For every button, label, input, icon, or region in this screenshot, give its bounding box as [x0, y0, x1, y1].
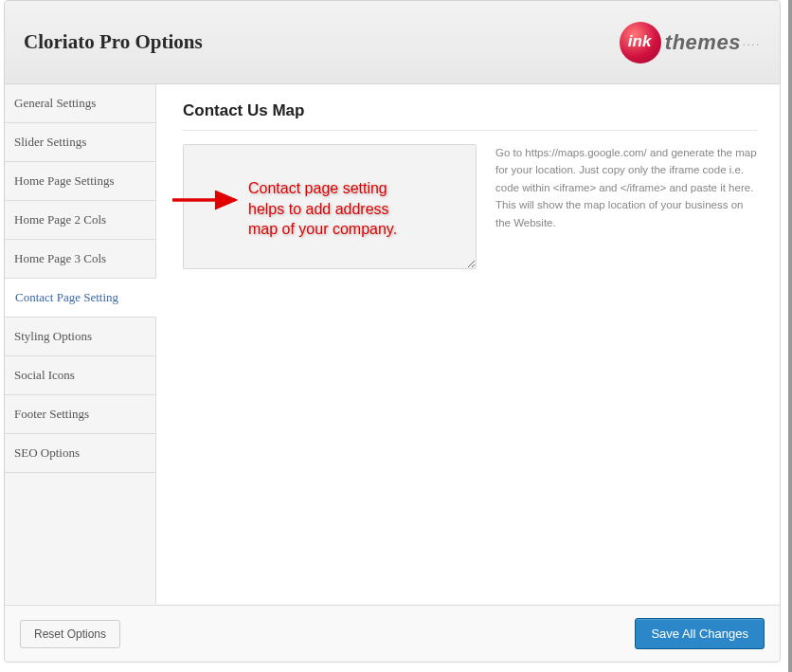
- sidebar-item-general-settings[interactable]: General Settings: [5, 84, 155, 123]
- map-iframe-textarea[interactable]: [183, 144, 477, 269]
- sidebar-item-label: SEO Options: [14, 445, 80, 460]
- sidebar-item-footer-settings[interactable]: Footer Settings: [5, 395, 155, 434]
- brand-logo: themes ....: [620, 22, 761, 64]
- sidebar: General Settings Slider Settings Home Pa…: [5, 84, 156, 604]
- panel-footer: Reset Options Save All Changes: [5, 605, 780, 662]
- content-row: General Settings Slider Settings Home Pa…: [5, 84, 780, 604]
- ink-logo-icon: [620, 22, 661, 64]
- sidebar-item-label: Footer Settings: [14, 407, 89, 421]
- sidebar-item-styling-options[interactable]: Styling Options: [5, 318, 155, 356]
- sidebar-item-social-icons[interactable]: Social Icons: [5, 356, 155, 395]
- sidebar-item-label: Contact Page Setting: [15, 290, 118, 304]
- sidebar-item-label: Home Page 2 Cols: [14, 212, 106, 227]
- panel-header: Cloriato Pro Options themes ....: [5, 1, 780, 84]
- brand-dots: ....: [743, 37, 761, 47]
- section-title: Contact Us Map: [183, 101, 757, 131]
- sidebar-item-contact-page-setting[interactable]: Contact Page Setting: [5, 279, 157, 318]
- sidebar-item-slider-settings[interactable]: Slider Settings: [5, 123, 155, 162]
- brand-suffix: themes: [665, 30, 741, 55]
- sidebar-item-home-page-settings[interactable]: Home Page Settings: [5, 162, 155, 201]
- field-row: Go to https://maps.google.com/ and gener…: [183, 144, 757, 269]
- reset-button[interactable]: Reset Options: [20, 620, 120, 648]
- sidebar-item-label: Home Page 3 Cols: [14, 251, 106, 265]
- page-title: Cloriato Pro Options: [24, 30, 203, 54]
- help-text: Go to https://maps.google.com/ and gener…: [495, 144, 757, 231]
- sidebar-item-label: Social Icons: [14, 368, 75, 382]
- main-content: Contact Us Map Go to https://maps.google…: [156, 84, 780, 604]
- sidebar-item-label: Styling Options: [14, 329, 92, 343]
- sidebar-item-label: Slider Settings: [14, 135, 86, 149]
- save-button[interactable]: Save All Changes: [635, 618, 765, 649]
- sidebar-item-home-page-2-cols[interactable]: Home Page 2 Cols: [5, 201, 155, 240]
- sidebar-item-label: General Settings: [14, 96, 96, 110]
- options-panel: Cloriato Pro Options themes .... General…: [4, 0, 781, 663]
- sidebar-item-home-page-3-cols[interactable]: Home Page 3 Cols: [5, 240, 155, 279]
- sidebar-item-seo-options[interactable]: SEO Options: [5, 434, 155, 473]
- sidebar-item-label: Home Page Settings: [14, 173, 114, 188]
